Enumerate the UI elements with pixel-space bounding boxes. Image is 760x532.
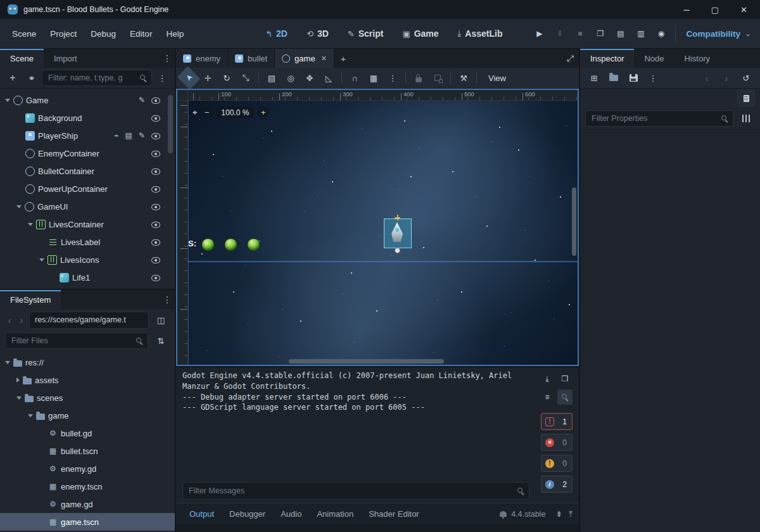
open-scene-icon[interactable]: ▤ bbox=[125, 131, 132, 140]
filesystem-menu-button[interactable]: ⋮ bbox=[160, 290, 175, 309]
visibility-eye-icon[interactable] bbox=[151, 221, 161, 228]
collapse-icon[interactable] bbox=[16, 205, 22, 208]
bottom-tab-audio[interactable]: Audio bbox=[274, 506, 308, 522]
canvas-horizontal-sc rollbar[interactable] bbox=[289, 359, 444, 364]
history-forward-button[interactable]: › bbox=[718, 70, 735, 86]
rotate-tool-button[interactable]: ↻ bbox=[218, 70, 236, 86]
scene-tab-bullet[interactable]: bullet bbox=[228, 49, 275, 68]
visibility-eye-icon[interactable] bbox=[151, 150, 161, 157]
fs-sort-button[interactable]: ⇅ bbox=[152, 333, 170, 348]
menu-project[interactable]: Project bbox=[43, 25, 84, 42]
pin-bottom-panel-button[interactable]: ⇟ bbox=[555, 509, 562, 519]
expand-viewport-icon[interactable]: ⤢ bbox=[567, 53, 574, 64]
visibility-eye-icon[interactable] bbox=[151, 115, 161, 122]
scene-tree-scrollbar[interactable] bbox=[168, 95, 173, 153]
pause-button[interactable]: ‖ bbox=[552, 26, 567, 42]
scene-node-liveslabel[interactable]: LivesLabel bbox=[0, 233, 175, 251]
collapse-icon[interactable] bbox=[28, 414, 33, 417]
fs-current-path[interactable]: res://scenes/game/game.t bbox=[29, 312, 149, 329]
collapse-icon[interactable] bbox=[39, 258, 44, 262]
menu-editor[interactable]: Editor bbox=[123, 25, 159, 42]
tab-inspector[interactable]: Inspector bbox=[580, 49, 634, 68]
fs-file-enemy-tscn[interactable]: ▦ enemy.tscn bbox=[0, 478, 175, 495]
scene-node-livesicons[interactable]: LivesIcons bbox=[0, 251, 175, 269]
group-selected-button[interactable] bbox=[429, 70, 446, 86]
zoom-level[interactable]: 100.0 % bbox=[215, 106, 255, 118]
move-tool-button[interactable]: ✛ bbox=[199, 70, 217, 86]
workspace-game-button[interactable]: ▣ Game bbox=[396, 25, 445, 42]
visibility-eye-icon[interactable] bbox=[151, 97, 161, 104]
zoom-in-button[interactable]: + bbox=[257, 106, 269, 118]
scene-node-game[interactable]: Game ✎ bbox=[0, 91, 175, 109]
messages-filter-badge[interactable]: i 2 bbox=[541, 476, 573, 493]
fs-forward-button[interactable]: › bbox=[17, 315, 26, 326]
renderer-dropdown[interactable]: Compatibility ⌄ bbox=[675, 25, 760, 42]
close-tab-icon[interactable]: ✕ bbox=[321, 54, 327, 63]
bottom-tab-shader-editor[interactable]: Shader Editor bbox=[362, 506, 426, 522]
bottom-tab-animation[interactable]: Animation bbox=[310, 506, 360, 522]
tab-node[interactable]: Node bbox=[634, 49, 674, 68]
tab-scene[interactable]: Scene bbox=[0, 49, 44, 68]
fs-folder-scenes[interactable]: scenes bbox=[0, 389, 175, 407]
visibility-eye-icon[interactable] bbox=[151, 168, 161, 175]
smart-snap-button[interactable]: ∩ bbox=[346, 70, 364, 86]
collapse-duplicates-button[interactable]: ≡ bbox=[540, 390, 555, 405]
stop-button[interactable]: ■ bbox=[572, 26, 588, 42]
play-scene-button[interactable]: ▤ bbox=[612, 26, 628, 42]
scene-filter-input[interactable] bbox=[47, 73, 136, 83]
zoom-out-button[interactable]: − bbox=[201, 106, 213, 118]
errors-important-filter-badge[interactable]: ! 1 bbox=[541, 413, 573, 430]
menu-debug[interactable]: Debug bbox=[84, 25, 123, 42]
workspace-3d-button[interactable]: ⟲ 3D bbox=[300, 25, 335, 42]
copy-log-button[interactable]: ❐ bbox=[557, 371, 573, 386]
fs-back-button[interactable]: ‹ bbox=[5, 315, 14, 326]
save-log-button[interactable]: ⤓ bbox=[540, 371, 555, 386]
docs-button[interactable] bbox=[737, 90, 755, 106]
visibility-eye-icon[interactable] bbox=[151, 132, 161, 139]
scene-node-background[interactable]: Background bbox=[0, 109, 175, 127]
lock-selected-button[interactable] bbox=[410, 70, 428, 86]
collapse-icon[interactable] bbox=[5, 361, 10, 364]
tab-filesystem[interactable]: FileSystem bbox=[0, 290, 61, 309]
scene-node-gameui[interactable]: GameUI bbox=[0, 198, 175, 215]
close-button[interactable]: ✕ bbox=[740, 5, 747, 15]
skeleton-options-button[interactable]: ⚒ bbox=[455, 70, 472, 86]
scene-node-enemycontainer[interactable]: EnemyContainer bbox=[0, 144, 175, 162]
list-select-button[interactable]: ▤ bbox=[263, 70, 281, 86]
maximize-button[interactable]: ▢ bbox=[711, 5, 719, 15]
play-button[interactable]: ▶ bbox=[531, 26, 547, 42]
visibility-eye-icon[interactable] bbox=[151, 274, 161, 281]
visibility-eye-icon[interactable] bbox=[151, 239, 161, 246]
fs-file-bullet-gd[interactable]: ⚙ bullet.gd bbox=[0, 424, 175, 442]
fs-filter-input[interactable] bbox=[10, 336, 132, 346]
collapse-icon[interactable] bbox=[5, 99, 10, 102]
scene-tree-menu-button[interactable]: ⋮ bbox=[153, 70, 171, 86]
visibility-eye-icon[interactable] bbox=[151, 203, 161, 210]
workspace-2d-button[interactable]: ↰ 2D bbox=[259, 25, 294, 42]
resource-menu-button[interactable]: ⋮ bbox=[644, 70, 662, 86]
load-resource-button[interactable] bbox=[605, 70, 623, 86]
history-back-button[interactable]: ‹ bbox=[698, 70, 716, 86]
select-tool-button[interactable]: ➤ bbox=[177, 66, 201, 90]
canvas-vertical-scrollbar[interactable] bbox=[572, 187, 576, 256]
property-filter-options-button[interactable] bbox=[737, 111, 755, 126]
minimize-button[interactable]: ─ bbox=[684, 5, 690, 15]
visibility-eye-icon[interactable] bbox=[151, 256, 161, 263]
visibility-eye-icon[interactable] bbox=[151, 186, 161, 193]
new-resource-button[interactable]: ⊞ bbox=[585, 70, 603, 86]
movie-maker-button[interactable]: ◉ bbox=[653, 26, 669, 42]
scene-node-powerupcontainer[interactable]: PowerUpContainer bbox=[0, 180, 175, 198]
fs-file-bullet-tscn[interactable]: ▦ bullet.tscn bbox=[0, 442, 175, 460]
version-info[interactable]: 4.4.stable bbox=[500, 510, 545, 519]
fs-file-game-gd[interactable]: ⚙ game.gd bbox=[0, 495, 175, 513]
bottom-tab-output[interactable]: Output bbox=[182, 506, 221, 522]
workspace-assetlib-button[interactable]: ⤓ AssetLib bbox=[452, 25, 509, 42]
show-search-button[interactable] bbox=[557, 390, 573, 405]
expand-icon[interactable] bbox=[16, 377, 20, 383]
pivot-tool-button[interactable]: ◎ bbox=[282, 70, 300, 86]
fs-file-game-tscn[interactable]: ▦ game.tscn bbox=[0, 513, 175, 531]
output-filter-input[interactable] bbox=[187, 486, 514, 496]
scene-node-life1[interactable]: Life1 bbox=[0, 269, 175, 286]
expand-bottom-panel-button[interactable]: ⤒ bbox=[569, 509, 573, 519]
view-menu-button[interactable]: View bbox=[481, 70, 514, 86]
